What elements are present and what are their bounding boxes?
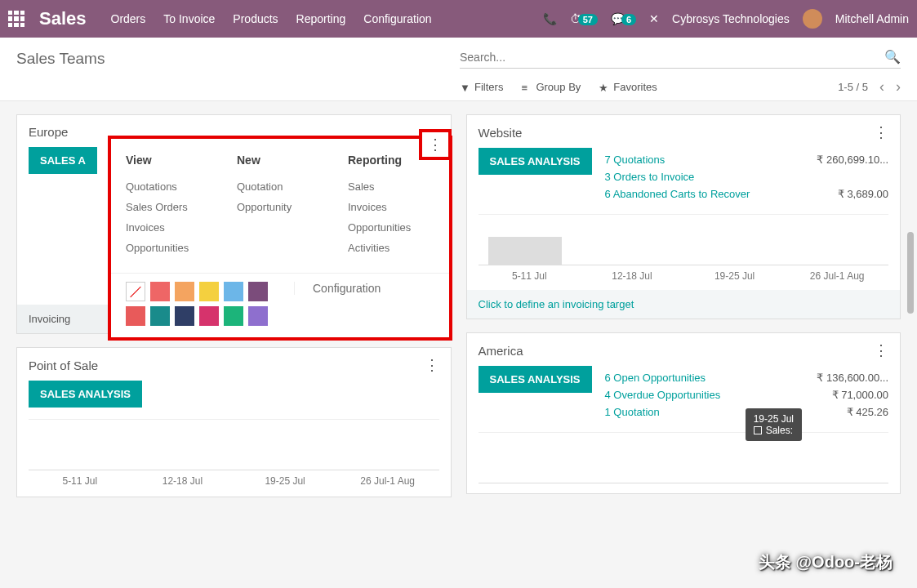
- stat-link[interactable]: 6 Abandoned Carts to Recover: [605, 188, 750, 200]
- card-stats: 7 Quotations₹ 260,699.10... 3 Orders to …: [605, 151, 888, 203]
- color-swatch[interactable]: [175, 282, 194, 301]
- popover-item[interactable]: Activities: [348, 238, 434, 258]
- pager: 1-5 / 5 ‹ ›: [838, 78, 901, 96]
- color-swatch[interactable]: [248, 306, 268, 326]
- nav-to-invoice[interactable]: To Invoice: [163, 12, 215, 25]
- page-title: Sales Teams: [16, 50, 105, 68]
- nav-configuration[interactable]: Configuration: [363, 12, 431, 25]
- watermark: 头条 @Odoo-老杨: [759, 551, 893, 573]
- topbar: Sales Orders To Invoice Products Reporti…: [0, 0, 917, 38]
- kebab-icon[interactable]: ⋮: [874, 343, 888, 358]
- xaxis-label: 12-18 Jul: [131, 475, 234, 487]
- nav-products[interactable]: Products: [233, 12, 278, 25]
- app-brand[interactable]: Sales: [39, 8, 87, 29]
- filters-button[interactable]: ▼Filters: [460, 81, 503, 93]
- stat-value: ₹ 425.26: [847, 406, 888, 418]
- checkbox-icon: [754, 426, 762, 434]
- scrollbar[interactable]: [907, 232, 914, 314]
- stat-value: ₹ 3,689.00: [838, 188, 888, 200]
- card-title: Europe: [29, 125, 68, 139]
- kebab-icon[interactable]: ⋮: [425, 358, 439, 372]
- sales-analysis-button[interactable]: SALES ANALYSIS: [479, 366, 592, 393]
- europe-kebab-highlight[interactable]: ⋮: [419, 129, 452, 160]
- color-swatch[interactable]: [199, 282, 219, 301]
- popover-item[interactable]: Sales Orders: [126, 197, 212, 217]
- card-america: America⋮ SALES ANALYSIS 6 Open Opportuni…: [466, 332, 901, 494]
- tooltip-title: 19-25 Jul: [754, 413, 794, 425]
- chat-icon[interactable]: 💬6: [611, 12, 636, 25]
- card-title: Point of Sale: [29, 359, 98, 372]
- invoicing-target-link[interactable]: Click to define an invoicing target: [467, 290, 901, 318]
- chart-tooltip: 19-25 Jul Sales:: [746, 408, 802, 441]
- kebab-icon[interactable]: ⋮: [874, 125, 888, 140]
- color-swatch[interactable]: [126, 306, 145, 326]
- search-input[interactable]: [460, 51, 884, 64]
- xaxis-label: 19-25 Jul: [683, 270, 786, 282]
- stat-value: ₹ 260,699.10...: [817, 154, 888, 166]
- close-tray-icon[interactable]: ✕: [649, 12, 659, 25]
- company-switcher[interactable]: Cybrosys Technologies: [672, 12, 790, 25]
- xaxis-label: 5-11 Jul: [479, 270, 581, 282]
- xaxis-label: 12-18 Jul: [581, 270, 683, 282]
- card-title: Website: [479, 126, 523, 140]
- nav-reporting[interactable]: Reporting: [296, 12, 346, 25]
- color-swatch[interactable]: [248, 282, 268, 301]
- pager-count[interactable]: 1-5 / 5: [838, 81, 868, 93]
- pager-prev[interactable]: ‹: [879, 78, 884, 96]
- color-swatch[interactable]: [150, 282, 170, 301]
- topbar-right: 📞 ⏱57 💬6 ✕ Cybrosys Technologies Mitchel…: [543, 9, 909, 29]
- stat-link[interactable]: 6 Open Opportunities: [605, 372, 706, 384]
- main-nav: Orders To Invoice Products Reporting Con…: [111, 12, 432, 25]
- stat-link[interactable]: 3 Orders to Invoice: [605, 171, 695, 183]
- card-website: Website⋮ SALES ANALYSIS 7 Quotations₹ 26…: [466, 114, 901, 319]
- tooltip-series: Sales:: [766, 425, 793, 436]
- popover-item[interactable]: Invoices: [348, 197, 434, 217]
- popover-item[interactable]: Sales: [348, 176, 434, 197]
- xaxis-label: 5-11 Jul: [29, 475, 131, 487]
- timer-icon[interactable]: ⏱57: [570, 12, 598, 25]
- team-options-popover: View Quotations Sales Orders Invoices Op…: [108, 136, 452, 341]
- card-pos: Point of Sale⋮ SALES ANALYSIS 5-11 Jul 1…: [16, 347, 452, 497]
- stat-link[interactable]: 7 Quotations: [605, 154, 665, 166]
- stat-value: ₹ 136,600.00...: [817, 372, 888, 384]
- popover-item[interactable]: Quotations: [126, 176, 212, 197]
- color-swatch[interactable]: [150, 306, 170, 326]
- sales-analysis-button[interactable]: SALES A: [29, 147, 97, 174]
- stat-value: ₹ 71,000.00: [832, 389, 888, 401]
- popover-item[interactable]: Quotation: [237, 176, 323, 197]
- favorites-button[interactable]: ★Favorites: [599, 81, 657, 93]
- stat-link[interactable]: 1 Quotation: [605, 406, 660, 418]
- xaxis-label: 26 Jul-1 Aug: [336, 475, 439, 487]
- card-title: America: [479, 344, 523, 358]
- search-icon[interactable]: 🔍: [884, 49, 901, 65]
- color-swatches: [126, 282, 268, 326]
- color-swatch[interactable]: [224, 306, 243, 326]
- color-swatch[interactable]: [199, 306, 219, 326]
- popover-col-title: New: [237, 154, 323, 167]
- phone-icon[interactable]: 📞: [543, 12, 557, 25]
- color-swatch[interactable]: [175, 306, 194, 326]
- control-panel: Sales Teams 🔍 ▼Filters ≡Group By ★Favori…: [0, 38, 917, 101]
- popover-item[interactable]: Opportunity: [237, 197, 323, 217]
- color-swatch-none[interactable]: [126, 282, 145, 301]
- user-menu[interactable]: Mitchell Admin: [835, 12, 909, 25]
- nav-orders[interactable]: Orders: [111, 12, 146, 25]
- popover-item[interactable]: Opportunities: [348, 217, 434, 238]
- pager-next[interactable]: ›: [896, 78, 901, 96]
- popover-col-new: New Quotation Opportunity: [237, 154, 323, 258]
- stat-link[interactable]: 4 Overdue Opportunities: [605, 389, 721, 401]
- popover-col-view: View Quotations Sales Orders Invoices Op…: [126, 154, 212, 258]
- color-swatch[interactable]: [224, 282, 243, 301]
- sales-analysis-button[interactable]: SALES ANALYSIS: [29, 381, 142, 408]
- popover-item[interactable]: Opportunities: [126, 238, 212, 258]
- configuration-link[interactable]: Configuration: [294, 282, 381, 295]
- popover-col-title: View: [126, 154, 212, 167]
- popover-col-reporting: Reporting Sales Invoices Opportunities A…: [348, 154, 434, 258]
- popover-item[interactable]: Invoices: [126, 217, 212, 238]
- xaxis-label: 19-25 Jul: [234, 475, 336, 487]
- apps-icon[interactable]: [8, 11, 24, 27]
- avatar[interactable]: [803, 9, 822, 29]
- groupby-button[interactable]: ≡Group By: [521, 81, 581, 93]
- xaxis-label: 26 Jul-1 Aug: [786, 270, 888, 282]
- sales-analysis-button[interactable]: SALES ANALYSIS: [479, 148, 592, 175]
